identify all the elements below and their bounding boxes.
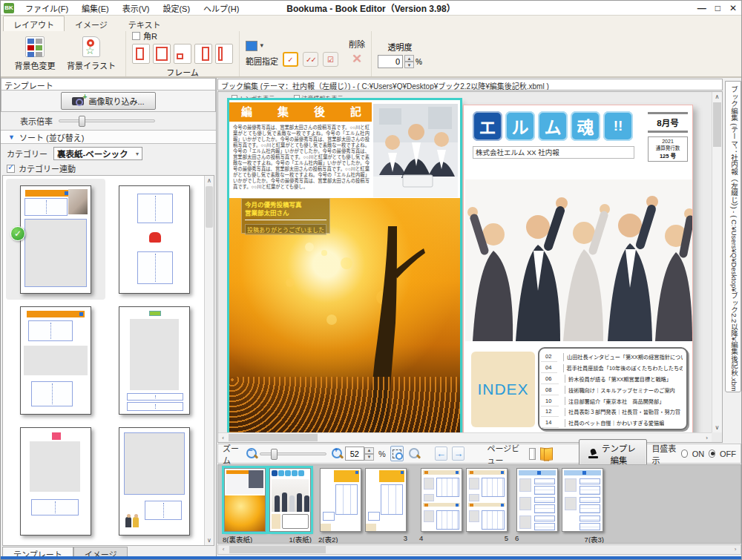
page-left-editors-note[interactable]: 編集後記 今号の最優秀写真は、営業部太田さんの投稿写真です。○○川と紅葉がとても… [229, 100, 460, 435]
tab-text[interactable]: テキスト [118, 16, 171, 31]
zoom-in-icon[interactable]: + [331, 447, 341, 460]
menu-file[interactable]: ファイル(F) [19, 1, 75, 16]
maximize-button[interactable]: □ [715, 3, 720, 13]
frame-color-swatch[interactable] [246, 41, 257, 51]
scroll-right-icon[interactable]: › [702, 433, 712, 443]
template-panel-header: テンプレート [1, 78, 216, 90]
zoom-out-icon[interactable]: − [246, 447, 255, 460]
scrollbar-thumb[interactable] [713, 102, 721, 147]
frame-style-5-button[interactable] [215, 44, 233, 64]
office-people-photo [373, 104, 458, 197]
scroll-down-icon[interactable]: ∨ [205, 536, 214, 545]
canvas-vertical-scrollbar[interactable]: ∧ ∨ [712, 92, 722, 432]
zoom-slider-thumb[interactable] [271, 449, 278, 460]
template-thumbnail[interactable] [105, 421, 205, 541]
scroll-left-icon[interactable]: ‹ [218, 545, 229, 554]
scroll-right-icon[interactable]: › [730, 545, 741, 554]
scroll-down-icon[interactable]: ∨ [712, 423, 722, 432]
zoom-slider[interactable] [260, 452, 326, 455]
frame-style-3-button[interactable] [174, 44, 191, 64]
index-item: 14社員のペット自慢｜かわいすぎる愛猫編 [541, 418, 683, 429]
range-select-single-toggle[interactable]: ✓ [283, 52, 298, 67]
tab-layout[interactable]: レイアウト [3, 16, 65, 31]
page-thumbnail[interactable] [365, 468, 407, 532]
category-link-label: カテゴリー連動 [19, 162, 76, 174]
frame-style-2-button[interactable] [153, 44, 171, 64]
opacity-input[interactable] [378, 55, 403, 68]
selected-check-icon: ✓ [10, 226, 25, 241]
sort-section-header[interactable]: ▼ ソート (並び替え) [1, 130, 216, 144]
book-edit-dock-tab[interactable]: ブック編集 (テーマ：社内報（左綴じ）) - ( C:¥Users¥Q¥Desk… [725, 81, 741, 392]
minimize-button[interactable]: — [697, 3, 706, 13]
page-thumbnail[interactable] [320, 468, 361, 532]
page-thumbnail[interactable] [269, 468, 311, 532]
page-thumbnail-cell: 4 [419, 468, 463, 542]
zoom-down-button[interactable]: ▼ [364, 454, 374, 461]
template-thumbnail[interactable] [105, 300, 205, 421]
scale-slider-thumb[interactable] [79, 116, 85, 127]
spread-view-icon[interactable] [540, 448, 553, 460]
scale-slider[interactable] [59, 119, 155, 122]
frame-style-1-button[interactable] [132, 44, 150, 64]
range-select-label: 範囲指定 [246, 55, 278, 67]
scrollbar-thumb[interactable] [229, 546, 326, 553]
menu-settings[interactable]: 設定(S) [156, 1, 197, 16]
page-thumbnail-cell: 8(裏表紙) [223, 468, 266, 544]
scrollbar-thumb[interactable] [229, 434, 318, 441]
index-item: 04若手社員座談会「10年後のぼくたちわたしたちの未来」 [541, 363, 683, 374]
book-edit-header: ブック編集 (テーマ：社内報（左綴じ）) - ( C:¥Users¥Q¥Desk… [217, 79, 723, 90]
page-thumbnail[interactable] [516, 468, 558, 532]
thumbnail-strip-scrollbar[interactable]: ‹ › [217, 544, 741, 555]
opacity-label: 透明度 [387, 41, 412, 53]
image-import-button[interactable]: 画像取り込み... [61, 92, 155, 110]
page-right-cover[interactable]: エ ル ム 魂 !! 株式会社エルム XX 社内報 8月号 2021 通算発行数… [463, 105, 693, 438]
illustration-icon: ☆ [82, 36, 100, 57]
range-select-multi-toggle[interactable]: ✓✓ [303, 52, 318, 67]
zoom-up-button[interactable]: ▲ [364, 447, 374, 454]
opacity-up-button[interactable]: ▲ [404, 55, 414, 62]
zoom-lens-button[interactable] [408, 447, 418, 460]
delete-icon[interactable]: ✕ [352, 51, 362, 67]
page-thumbnail[interactable] [562, 468, 603, 532]
menu-view[interactable]: 表示(V) [116, 1, 157, 16]
menu-edit[interactable]: 編集(E) [75, 1, 116, 16]
frame-style-4-button[interactable] [194, 44, 212, 64]
zoom-region-button[interactable] [390, 446, 404, 461]
menu-help[interactable]: ヘルプ(H) [197, 1, 246, 16]
frame-group-label: フレーム [166, 66, 199, 78]
page-thumbnail[interactable] [421, 468, 462, 532]
background-illustration-button[interactable]: ☆ 背景イラスト [63, 33, 119, 75]
corner-r-checkbox[interactable] [132, 32, 140, 40]
scale-off-radio[interactable] [709, 449, 715, 458]
range-select-all-toggle[interactable]: ☑ [323, 52, 338, 67]
tab-image[interactable]: イメージ [65, 16, 118, 31]
background-color-button[interactable]: 背景色変更 [7, 33, 63, 75]
edit-canvas[interactable]: トンボを表示 注意情報を表示 編集後記 今号の最優秀写真は、営業部太田さんの投稿… [217, 91, 723, 443]
page-thumbnail[interactable] [224, 468, 266, 532]
template-thumbnail[interactable] [6, 421, 105, 541]
template-scrollbar[interactable]: ∧ ∨ [204, 176, 214, 545]
prev-page-button[interactable]: ← [435, 447, 447, 461]
template-thumbnail[interactable] [105, 541, 205, 546]
template-thumbnail[interactable] [105, 179, 205, 300]
template-thumbnail-selected[interactable]: ✓ [6, 179, 105, 300]
taskbar-edge [1, 556, 741, 559]
template-thumbnail[interactable] [6, 541, 105, 546]
template-thumbnail[interactable] [6, 300, 105, 421]
scale-on-radio[interactable] [681, 449, 688, 458]
scroll-up-icon[interactable]: ∧ [205, 176, 214, 185]
next-page-button[interactable]: → [452, 447, 464, 461]
cover-people-photo [465, 179, 692, 341]
delete-label: 削除 [349, 38, 365, 50]
category-link-checkbox[interactable] [7, 165, 15, 173]
opacity-down-button[interactable]: ▼ [404, 62, 414, 68]
category-select[interactable]: 裏表紙-ベーシック ▾ [53, 147, 142, 160]
scroll-up-icon[interactable]: ∧ [712, 92, 722, 102]
zoom-value-input[interactable] [345, 447, 364, 461]
page-thumbnail[interactable] [466, 468, 508, 532]
zoom-unit: % [378, 449, 386, 458]
single-page-view-icon[interactable] [529, 448, 536, 460]
close-button[interactable]: ✕ [729, 3, 737, 13]
scrollbar-thumb[interactable] [206, 186, 213, 228]
stamp-icon [588, 449, 596, 458]
